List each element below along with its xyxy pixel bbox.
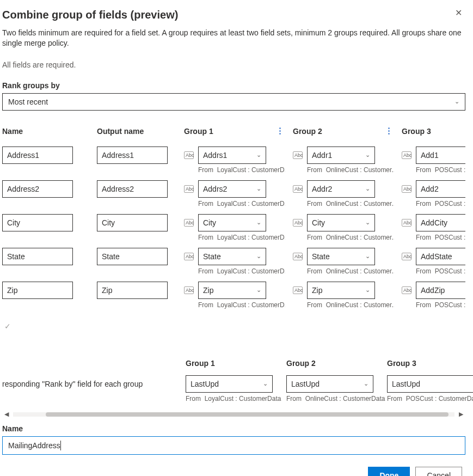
chevron-down-icon: ⌄ [256,185,261,192]
name-input-row[interactable]: Address1 [2,147,73,164]
scroll-right-icon[interactable]: ▶ [457,411,465,418]
col-group3: Group 3 [394,124,465,143]
col-output: Output name [89,124,176,143]
chevron-down-icon: ⌄ [365,253,370,260]
output-input-row[interactable]: City [97,214,168,231]
type-badge: Abc [402,286,411,294]
field-source-g1: From LoyalCust : CustomerD... [198,267,285,275]
type-badge: Abc [184,185,194,193]
col2-group1: Group 1 [186,356,286,375]
chevron-down-icon: ⌄ [365,286,370,294]
field-select-g2[interactable]: City⌄ [307,214,375,231]
chevron-down-icon: ⌄ [364,380,368,387]
type-badge: Abc [293,253,303,260]
scroll-track[interactable] [13,412,454,417]
name-input-value: MailingAddress [8,441,60,450]
field-source-g1: From LoyalCust : CustomerD... [198,234,285,241]
dialog-description: Two fields minimum are required for a fi… [2,28,465,48]
field-select-g1[interactable]: Addrs1⌄ [198,147,266,164]
rank-field-g1[interactable]: LastUpd⌄ [186,375,273,393]
type-badge: Abc [293,151,303,159]
name-input-row[interactable]: City [2,214,73,231]
col-name: Name [2,124,89,143]
chevron-down-icon: ⌄ [256,219,261,226]
name-input-row[interactable]: Address2 [2,180,73,198]
more-icon[interactable] [279,127,285,135]
type-badge: Abc [184,151,194,159]
rank-from-g3: From POSCust : CustomerDat [387,395,473,402]
field-source-g3: From POSCust : Custo [416,267,465,275]
chevron-down-icon: ⌄ [365,151,370,158]
type-badge: Abc [184,253,194,260]
chevron-down-icon: ⌄ [263,380,268,387]
name-input[interactable]: MailingAddress [2,436,465,455]
field-source-g2: From OnlineCust : Customer... [307,234,394,241]
rank-from-g2: From OnlineCust : CustomerData [286,395,387,402]
field-select-g1[interactable]: Zip⌄ [198,282,266,299]
field-select-g2[interactable]: Addr2⌄ [307,180,375,198]
name-input-row[interactable]: State [2,248,73,265]
field-source-g3: From POSCust : Custo [416,166,465,174]
field-select-g3[interactable]: AddState [416,248,465,265]
col2-group2: Group 2 [286,356,387,375]
chevron-down-icon: ⌄ [256,286,261,294]
more-icon[interactable] [388,127,394,135]
field-select-g2[interactable]: Addr1⌄ [307,147,375,164]
chevron-down-icon: ⌄ [365,185,370,192]
field-source-g1: From LoyalCust : CustomerD... [198,200,285,208]
type-badge: Abc [293,185,303,193]
field-source-g2: From OnlineCust : Customer... [307,166,394,174]
cancel-button[interactable]: Cancel [415,467,462,476]
field-select-g1[interactable]: State⌄ [198,248,266,265]
field-source-g1: From LoyalCust : CustomerD... [198,301,285,309]
field-source-g1: From LoyalCust : CustomerD... [198,166,285,174]
field-select-g2[interactable]: Zip⌄ [307,282,375,299]
close-icon[interactable]: ✕ [455,8,462,18]
field-source-g3: From POSCust : Custo [416,234,465,241]
chevron-down-icon: ⌄ [256,151,261,158]
check-icon: ✓ [4,322,465,331]
type-badge: Abc [293,286,303,294]
col2-group3: Group 3 [387,356,473,375]
rank-groups-select[interactable]: Most recent ⌄ [2,93,465,111]
field-select-g2[interactable]: State⌄ [307,248,375,265]
type-badge: Abc [402,253,411,260]
field-select-g3[interactable]: AddZip [416,282,465,299]
output-input-row[interactable]: State [97,248,168,265]
col-group1: Group 1 [176,124,285,143]
field-select-g1[interactable]: Addrs2⌄ [198,180,266,198]
field-select-g1[interactable]: City⌄ [198,214,266,231]
scroll-left-icon[interactable]: ◀ [2,411,11,418]
type-badge: Abc [184,286,194,294]
output-input-row[interactable]: Address1 [97,147,168,164]
chevron-down-icon: ⌄ [256,253,261,260]
output-input-row[interactable]: Zip [97,282,168,299]
field-source-g2: From OnlineCust : Customer... [307,200,394,208]
rank-groups-value: Most recent [8,97,48,106]
field-source-g3: From POSCust : Custo [416,301,465,309]
name-input-row[interactable]: Zip [2,282,73,299]
field-select-g3[interactable]: AddCity [416,214,465,231]
field-select-g3[interactable]: Add2 [416,180,465,198]
type-badge: Abc [402,219,411,227]
col-group2: Group 2 [285,124,394,143]
dialog-title: Combine group of fields (preview) [2,9,465,21]
field-select-g3[interactable]: Add1 [416,147,465,164]
type-badge: Abc [402,151,411,159]
name-field-label: Name [2,424,465,433]
field-source-g3: From POSCust : Custo [416,200,465,208]
chevron-down-icon: ⌄ [454,98,459,105]
rank-field-label: responding "Rank by" field for each grou… [2,375,186,402]
done-button[interactable]: Done [368,467,410,476]
field-source-g2: From OnlineCust : Customer... [307,301,394,309]
output-input-row[interactable]: Address2 [97,180,168,198]
rank-from-g1: From LoyalCust : CustomerData [186,395,286,402]
rank-field-g3[interactable]: LastUpd [387,375,473,393]
horizontal-scrollbar[interactable]: ◀ ▶ [2,410,465,419]
chevron-down-icon: ⌄ [365,219,370,226]
type-badge: Abc [402,185,411,193]
scroll-thumb[interactable] [46,412,449,417]
rank-field-g2[interactable]: LastUpd⌄ [286,375,373,393]
rank-groups-label: Rank groups by [2,81,465,90]
type-badge: Abc [184,219,194,227]
